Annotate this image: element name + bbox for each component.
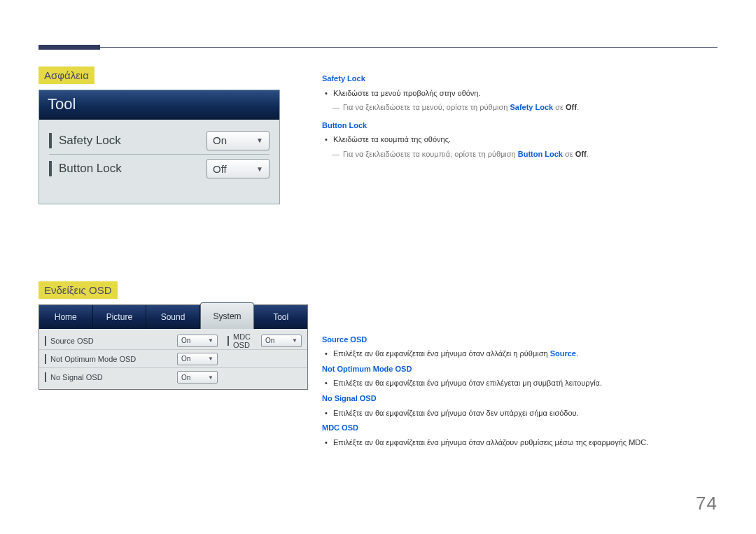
osd-row-label: Button Lock xyxy=(59,162,206,176)
feature-title-safety-lock: Safety Lock xyxy=(322,73,721,85)
feature-title-not-optimum: Not Optimum Mode OSD xyxy=(322,363,721,376)
safety-lock-dropdown[interactable]: On ▼ xyxy=(206,131,270,150)
row-marker-icon xyxy=(49,161,52,176)
feature-title-no-signal: No Signal OSD xyxy=(322,393,721,405)
feature-sub-note: Για να ξεκλειδώσετε τα κουμπιά, ορίστε τ… xyxy=(322,148,721,161)
row-marker-icon xyxy=(49,133,52,148)
feature-title-button-lock: Button Lock xyxy=(322,120,721,132)
osd-tool-title: Tool xyxy=(39,90,279,120)
tab-sound[interactable]: Sound xyxy=(146,305,200,329)
osd-sys-label: No Signal OSD xyxy=(50,373,177,381)
page-number: 74 xyxy=(696,493,718,514)
dropdown-value: On xyxy=(213,134,227,146)
osd-sys-label: MDC OSD xyxy=(233,332,261,349)
osd-sys-row: Source OSD On▼ MDC OSD On▼ xyxy=(39,332,307,350)
feature-sub-note: Για να ξεκλειδώσετε τα μενού, ορίστε τη … xyxy=(322,101,721,114)
chevron-down-icon: ▼ xyxy=(256,136,263,144)
feature-bullet: Κλειδώστε τα κουμπιά της οθόνης. xyxy=(322,134,721,146)
chevron-down-icon: ▼ xyxy=(256,165,263,173)
chevron-down-icon: ▼ xyxy=(208,337,214,344)
row-marker-icon xyxy=(45,336,46,346)
right-column: Safety Lock Κλειδώστε τα μενού προβολής … xyxy=(322,70,721,451)
feature-bullet: Επιλέξτε αν θα εμφανίζεται ένα μήνυμα ότ… xyxy=(322,437,721,449)
heading-security: Ασφάλεια xyxy=(38,66,94,84)
page-header-rule xyxy=(38,35,718,48)
left-column: Ασφάλεια Tool Safety Lock On ▼ Button Lo… xyxy=(38,66,308,390)
feature-title-source-osd: Source OSD xyxy=(322,334,721,346)
osd-row-label: Safety Lock xyxy=(59,134,206,148)
chevron-down-icon: ▼ xyxy=(208,374,214,381)
tab-tool[interactable]: Tool xyxy=(254,305,307,329)
feature-title-mdc-osd: MDC OSD xyxy=(322,422,721,435)
feature-bullet: Επιλέξτε αν θα εμφανίζεται ένα μήνυμα ότ… xyxy=(322,377,721,390)
tab-system[interactable]: System xyxy=(200,302,255,329)
row-marker-icon xyxy=(227,336,229,346)
osd-system-panel: Home Picture Sound System Tool Source OS… xyxy=(38,304,308,390)
dropdown-value: Off xyxy=(213,163,227,175)
mdc-osd-dropdown[interactable]: On▼ xyxy=(261,335,302,347)
feature-bullet: Επιλέξτε αν θα εμφανίζεται ένα μήνυμα ότ… xyxy=(322,348,721,360)
row-marker-icon xyxy=(45,354,46,364)
osd-row-safety-lock: Safety Lock On ▼ xyxy=(49,127,270,155)
chevron-down-icon: ▼ xyxy=(292,337,298,344)
row-marker-icon xyxy=(45,372,46,382)
heading-osd-indications: Ενδείξεις OSD xyxy=(38,281,118,299)
osd-tool-panel: Tool Safety Lock On ▼ Button Lock Off ▼ xyxy=(38,90,280,204)
feature-bullet: Κλειδώστε τα μενού προβολής στην οθόνη. xyxy=(322,87,721,100)
chevron-down-icon: ▼ xyxy=(208,356,214,362)
not-optimum-dropdown[interactable]: On▼ xyxy=(177,353,218,365)
source-osd-dropdown[interactable]: On▼ xyxy=(177,335,218,347)
tab-picture[interactable]: Picture xyxy=(93,305,147,329)
osd-tabs: Home Picture Sound System Tool xyxy=(39,305,307,329)
tab-home[interactable]: Home xyxy=(39,305,93,329)
osd-sys-row: No Signal OSD On▼ xyxy=(39,368,307,386)
osd-sys-row: Not Optimum Mode OSD On▼ xyxy=(39,350,307,368)
osd-row-button-lock: Button Lock Off ▼ xyxy=(49,155,270,183)
feature-bullet: Επιλέξτε αν θα εμφανίζεται ένα μήνυμα ότ… xyxy=(322,407,721,420)
button-lock-dropdown[interactable]: Off ▼ xyxy=(206,159,270,178)
no-signal-dropdown[interactable]: On▼ xyxy=(177,371,218,384)
osd-sys-label: Not Optimum Mode OSD xyxy=(50,355,177,363)
osd-sys-label: Source OSD xyxy=(50,337,177,345)
